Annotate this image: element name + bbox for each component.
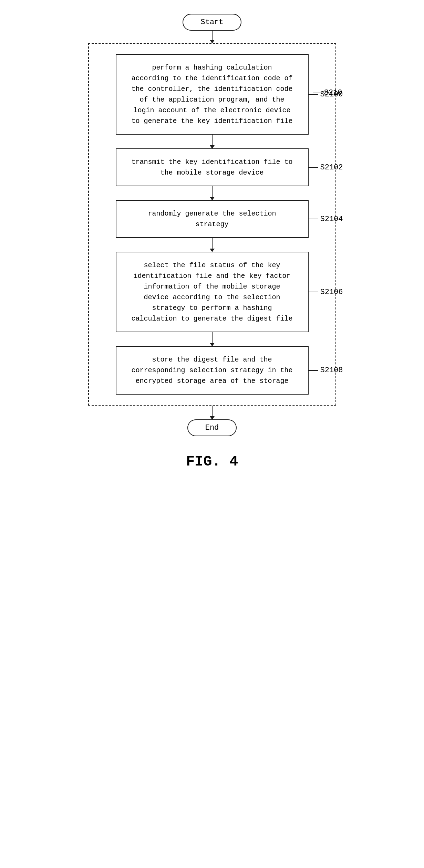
step-s2108-label: S2108 xyxy=(308,366,343,375)
step-s2106-box: select the file status of the key identi… xyxy=(116,252,309,332)
step-s2102-line xyxy=(308,167,318,168)
s210-label: S210 xyxy=(324,88,342,97)
step-s2106-line xyxy=(308,292,318,292)
end-capsule: End xyxy=(187,419,237,436)
fig-caption: FIG. 4 xyxy=(186,453,238,470)
step-s2106-text: select the file status of the key identi… xyxy=(131,261,292,323)
step-s2102-text: transmit the key identification file to … xyxy=(131,158,292,177)
step-s2104-wrapper: randomly generate the selection strategy… xyxy=(88,200,336,238)
s210-label-wrapper: S210 xyxy=(313,88,342,97)
step-s2108-wrapper: store the digest file and the correspond… xyxy=(88,346,336,395)
step-s2100-box: perform a hashing calculation according … xyxy=(116,54,309,135)
start-label: Start xyxy=(200,18,223,27)
connector-2 xyxy=(212,186,213,200)
step-s2106-label: S2106 xyxy=(308,288,343,296)
step-s2102-label: S2102 xyxy=(308,163,343,172)
step-s2104-box: randomly generate the selection strategy xyxy=(116,200,309,238)
start-capsule: Start xyxy=(183,14,241,31)
connector-1 xyxy=(212,135,213,148)
connector-start xyxy=(212,31,213,43)
step-s2102-wrapper: transmit the key identification file to … xyxy=(88,148,336,186)
step-s2108-text: store the digest file and the correspond… xyxy=(131,356,292,385)
step-s2104-label: S2104 xyxy=(308,215,343,223)
diagram-container: Start perform a hashing calculation acco… xyxy=(78,14,347,470)
step-s2106-wrapper: select the file status of the key identi… xyxy=(88,252,336,332)
step-s2100-text: perform a hashing calculation according … xyxy=(131,64,292,125)
connector-4 xyxy=(212,332,213,346)
step-s2102-box: transmit the key identification file to … xyxy=(116,148,309,186)
step-s2104-text: randomly generate the selection strategy xyxy=(148,210,276,228)
s210-line xyxy=(313,93,323,93)
step-s2104-line xyxy=(308,219,318,219)
step-s2108-line xyxy=(308,370,318,371)
end-label: End xyxy=(205,423,219,432)
step-s2100-wrapper: perform a hashing calculation according … xyxy=(88,54,336,135)
step-s2108-box: store the digest file and the correspond… xyxy=(116,346,309,395)
outer-dashed-container: perform a hashing calculation according … xyxy=(88,43,336,406)
connector-end xyxy=(212,406,213,419)
connector-3 xyxy=(212,238,213,252)
